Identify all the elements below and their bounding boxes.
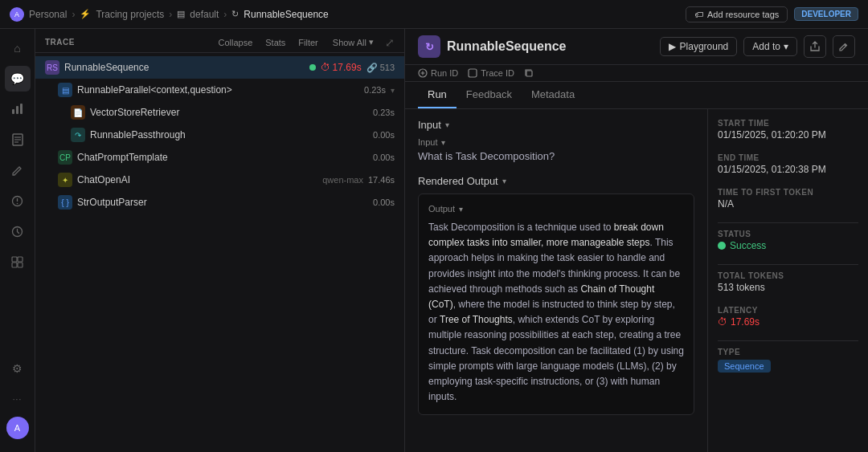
rendered-label: Rendered Output <box>418 175 498 187</box>
rendered-output-section: Rendered Output ▾ Output ▾ Task Decompos… <box>418 175 694 415</box>
str-parser-time: 0.00s <box>373 197 395 207</box>
add-resource-button[interactable]: 🏷 Add resource tags <box>686 6 788 22</box>
sidebar-item-document[interactable] <box>5 127 31 153</box>
add-to-button[interactable]: Add to ▾ <box>743 37 797 56</box>
trace-item-chat-prompt[interactable]: CP ChatPromptTemplate 0.00s <box>35 146 404 169</box>
topbar: A Personal › ⚡ Tracing projects › ▤ defa… <box>0 0 868 29</box>
svg-rect-1 <box>16 106 18 114</box>
trace-label: TRACE <box>45 38 75 47</box>
trace-controls: Collapse Stats Filter Show All ▾ <box>215 35 379 49</box>
sidebar-item-feedback[interactable] <box>5 188 31 214</box>
sidebar-item-edit[interactable] <box>5 157 31 183</box>
id-row: Run ID Trace ID <box>405 65 868 82</box>
sidebar-item-graph[interactable] <box>5 96 31 122</box>
str-parser-name: StrOutputParser <box>77 197 368 208</box>
breadcrumb-tracing[interactable]: Tracing projects <box>96 9 164 20</box>
passthrough-name: RunnablePassthrough <box>90 129 368 140</box>
status-text: Success <box>730 240 766 251</box>
sidebar-item-chat[interactable]: 💬 <box>5 66 31 92</box>
run-id-button[interactable]: Run ID <box>418 68 458 78</box>
topbar-actions: 🏷 Add resource tags DEVELOPER <box>686 6 858 22</box>
end-time-value: 01/15/2025, 01:20:38 PM <box>718 164 858 175</box>
total-tokens-label: TOTAL TOKENS <box>718 271 858 280</box>
detail-icon: ↻ <box>418 35 440 58</box>
model-name: qwen-max <box>322 175 363 185</box>
type-badge: Sequence <box>718 360 771 373</box>
detail-tabs: Run Feedback Metadata <box>405 82 868 109</box>
playground-button[interactable]: ▶ Playground <box>660 37 738 56</box>
ttft-value: N/A <box>718 198 858 210</box>
tag-icon: 🏷 <box>694 10 703 19</box>
tab-run[interactable]: Run <box>418 82 457 108</box>
output-chevron[interactable]: ▾ <box>459 205 463 214</box>
svg-rect-14 <box>18 263 23 267</box>
chat-prompt-time: 0.00s <box>373 153 395 162</box>
show-all-button[interactable]: Show All ▾ <box>328 35 379 49</box>
chat-prompt-icon: CP <box>58 150 72 165</box>
vector-store-name: VectorStoreRetriever <box>90 107 368 118</box>
edit-button[interactable] <box>833 35 855 58</box>
meta-panel: START TIME 01/15/2025, 01:20:20 PM END T… <box>707 109 868 452</box>
total-tokens-value: 513 tokens <box>718 282 858 293</box>
workspace-avatar: A <box>10 7 24 22</box>
trace-item-runnable-sequence[interactable]: RS RunnableSequence ⏱ 17.69s 🔗 513 <box>35 56 404 79</box>
input-section-title: Input ▾ <box>418 119 694 131</box>
collapse-button[interactable]: Collapse <box>215 36 256 49</box>
trace-header: TRACE Collapse Stats Filter Show All ▾ ⤢ <box>35 29 404 53</box>
expand-icon[interactable]: ⤢ <box>385 36 395 49</box>
runnable-parallel-time: 0.23s <box>364 85 386 95</box>
input-chevron[interactable]: ▾ <box>445 120 449 129</box>
output-text: Task Decomposition is a technique used t… <box>428 220 684 405</box>
clock-icon: ⏱ <box>321 62 330 73</box>
trace-id-button[interactable]: Trace ID <box>468 68 514 78</box>
detail-header: ↻ RunnableSequence ▶ Playground Add to ▾ <box>405 29 868 65</box>
copy-button[interactable] <box>524 68 534 78</box>
sidebar-item-clock[interactable] <box>5 218 31 244</box>
stats-button[interactable]: Stats <box>262 36 289 49</box>
share-button[interactable] <box>804 35 826 58</box>
rendered-output-title: Rendered Output ▾ <box>418 175 694 187</box>
chain-icon: 🔗 <box>366 63 378 73</box>
filter-button[interactable]: Filter <box>295 36 321 49</box>
chat-prompt-name: ChatPromptTemplate <box>77 152 368 163</box>
breadcrumb-default[interactable]: default <box>190 9 219 20</box>
chat-openai-name: ChatOpenAI <box>77 174 314 185</box>
trace-item-runnable-parallel[interactable]: ▤ RunnableParallel<context,question> 0.2… <box>35 79 404 101</box>
rendered-chevron[interactable]: ▾ <box>502 177 506 185</box>
runnable-sequence-tokens: 🔗 513 <box>366 63 395 73</box>
latency-value: ⏱ 17.69s <box>718 316 858 328</box>
svg-point-9 <box>17 202 18 204</box>
user-avatar[interactable]: A <box>6 417 29 439</box>
breadcrumb-personal[interactable]: Personal <box>29 9 67 20</box>
sidebar-item-puzzle[interactable] <box>5 249 31 275</box>
parallel-chevron: ▾ <box>391 86 395 95</box>
latency-clock-icon: ⏱ <box>718 316 727 328</box>
add-to-label: Add to <box>752 41 780 52</box>
left-sidebar: ⌂ 💬 ⚙ ··· A <box>0 29 35 452</box>
divider-3 <box>718 340 858 341</box>
trace-item-str-parser[interactable]: { } StrOutputParser 0.00s <box>35 191 404 214</box>
trace-item-chat-openai[interactable]: ✦ ChatOpenAI qwen-max 17.46s <box>35 169 404 191</box>
chat-openai-icon: ✦ <box>58 173 72 187</box>
runnable-sequence-name: RunnableSequence <box>64 62 305 73</box>
status-success-dot <box>718 242 726 250</box>
trace-item-vector-store[interactable]: 📄 VectorStoreRetriever 0.23s <box>35 101 404 124</box>
input-label: Input ▾ <box>418 137 694 147</box>
trace-item-passthrough[interactable]: ↷ RunnablePassthrough 0.00s <box>35 124 404 146</box>
runnable-sequence-time: ⏱ 17.69s <box>321 62 362 73</box>
svg-rect-12 <box>18 257 23 262</box>
more-button[interactable]: ··· <box>5 386 31 412</box>
tab-feedback[interactable]: Feedback <box>457 82 522 108</box>
detail-content: Input ▾ Input ▾ What is Task Decompositi… <box>405 109 868 452</box>
svg-rect-0 <box>12 109 14 114</box>
sidebar-item-home[interactable]: ⌂ <box>5 35 31 61</box>
tab-metadata[interactable]: Metadata <box>522 82 584 108</box>
input-sub-chevron[interactable]: ▾ <box>441 138 445 147</box>
sidebar-bottom: ⚙ ··· A <box>5 356 31 446</box>
divider-1 <box>718 222 858 223</box>
type-label: TYPE <box>718 348 858 356</box>
settings-button[interactable]: ⚙ <box>5 356 31 381</box>
start-time-label: START TIME <box>718 119 858 128</box>
ttft-label: TIME TO FIRST TOKEN <box>718 188 858 197</box>
latency-time: 17.69s <box>731 316 760 328</box>
